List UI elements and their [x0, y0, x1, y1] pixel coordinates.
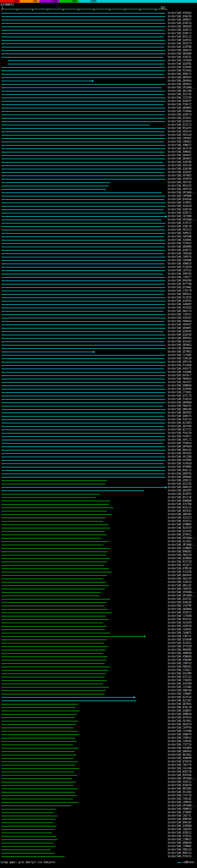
hit-row[interactable]: UniRef100_C5D013	[0, 736, 197, 740]
hit-row[interactable]: UniRef100_Q9R6W2	[0, 475, 197, 479]
hit-row[interactable]: UniRef100_A5H107	[0, 316, 197, 320]
hit-row[interactable]: UniRef100_Q20FB7	[0, 170, 197, 174]
hit-row[interactable]: UniRef100_Q2RU12	[0, 831, 197, 834]
hit-row[interactable]: UniRef100_Q1GGA2	[0, 340, 197, 343]
hit-row[interactable]: UniRef100_P25857	[0, 242, 197, 245]
hit-row[interactable]: UniRef100_Q8VWP4	[0, 106, 197, 110]
hit-row[interactable]: UniRef100_Q5Z745	[0, 93, 197, 96]
hit-row[interactable]: UniRef100_Q38IX1	[0, 55, 197, 59]
hit-row[interactable]: UniRef100_B3EDT0	[0, 784, 197, 787]
hit-row[interactable]: UniRef100_C6QNT5	[0, 631, 197, 634]
hit-row[interactable]: UniRef100_A9NVI4	[0, 262, 197, 266]
hit-row[interactable]: UniRef100_A6G139	[0, 577, 197, 581]
hit-row[interactable]: UniRef100_Q3ATQ2	[0, 597, 197, 601]
hit-row[interactable]: UniRef100_A7QPE5	[0, 201, 197, 205]
hit-row[interactable]: UniRef100_P36724	[0, 418, 197, 421]
hit-row[interactable]: UniRef100_A2BZC6	[0, 581, 197, 584]
hit-row[interactable]: UniRef100_C6PQB6	[0, 259, 197, 262]
hit-row[interactable]: UniRef100_P93315	[0, 228, 197, 231]
hit-row[interactable]: UniRef100_Q5THJ4	[0, 716, 197, 719]
hit-row[interactable]: UniRef100_C1FGW2	[0, 685, 197, 689]
hit-row[interactable]: UniRef100_Q8VWP3	[0, 157, 197, 160]
hit-row[interactable]: UniRef100_C1MLH9	[0, 357, 197, 360]
hit-row[interactable]: UniRef100_Q20FC1	[0, 211, 197, 215]
hit-row[interactable]: UniRef100_A4CWH4	[0, 746, 197, 750]
hit-row[interactable]: UniRef100_Q5TME3	[0, 350, 197, 353]
hit-row[interactable]: UniRef100_A9PF03	[0, 272, 197, 276]
hit-row[interactable]: UniRef100_Q15D31	[0, 116, 197, 120]
hit-row[interactable]: UniRef100_C6XR42	[0, 628, 197, 631]
hit-row[interactable]: UniRef100_UPI000...	[0, 591, 197, 594]
hit-row[interactable]: UniRef100_A4ZHD9	[0, 459, 197, 462]
hit-row[interactable]: UniRef100_Q37322	[0, 675, 197, 679]
hit-row[interactable]: UniRef100_A5N2N9	[0, 658, 197, 662]
hit-row[interactable]: UniRef100_C6MVA4	[0, 801, 197, 804]
hit-row[interactable]: UniRef100_Q3BGZ6	[0, 601, 197, 604]
hit-row[interactable]: UniRef100_A8G2I0	[0, 553, 197, 557]
hit-row[interactable]: UniRef100_Q2QTW1	[0, 62, 197, 66]
hit-row[interactable]: UniRef100_C1MIF7	[0, 276, 197, 279]
hit-row[interactable]: UniRef100_Q7UKN7	[0, 811, 197, 814]
hit-row[interactable]: UniRef100_Q15C13	[0, 123, 197, 127]
hit-row[interactable]: UniRef100_Q8V064	[0, 79, 197, 83]
hit-row[interactable]: UniRef100_B6FW34	[0, 574, 197, 577]
hit-row[interactable]: UniRef100_A5D311	[0, 780, 197, 784]
hit-row[interactable]: UniRef100_A3YW18	[0, 462, 197, 465]
hit-row[interactable]: UniRef100_Q8LGZ2	[0, 584, 197, 587]
hit-row[interactable]: UniRef100_Q38IY0	[0, 208, 197, 211]
hit-row[interactable]: UniRef100_P00362	[0, 665, 197, 669]
hit-row[interactable]: UniRef100_Q79A70	[0, 760, 197, 763]
hit-row[interactable]: UniRef100_A4J059	[0, 621, 197, 624]
hit-row[interactable]: UniRef100_A9TMD3	[0, 174, 197, 177]
hit-row[interactable]: UniRef100_Q9ME64	[0, 713, 197, 716]
hit-row[interactable]: UniRef100_UPI000...	[0, 86, 197, 89]
hit-row[interactable]: UniRef100_B7FTH0	[0, 282, 197, 286]
hit-row[interactable]: UniRef100_Q20FB3	[0, 299, 197, 303]
hit-row[interactable]: UniRef100_B2JHH3	[0, 421, 197, 425]
hit-row[interactable]: UniRef100_B3E9G6	[0, 773, 197, 777]
hit-row[interactable]: UniRef100_C3KT11	[0, 634, 197, 638]
hit-row[interactable]: UniRef100_B1PL32	[0, 35, 197, 38]
hit-row[interactable]: UniRef100_UPI000...	[0, 536, 197, 540]
hit-row[interactable]: UniRef100_Q7NN83	[0, 523, 197, 526]
hit-row[interactable]: UniRef100_C0PQB0	[0, 194, 197, 198]
hit-row[interactable]: UniRef100_Q7V9C2	[0, 533, 197, 536]
hit-row[interactable]: UniRef100_Q7TUI0	[0, 645, 197, 648]
hit-row[interactable]: UniRef100_Q55245	[0, 482, 197, 486]
hit-row[interactable]: UniRef100_Q9RB57	[0, 18, 197, 22]
hit-row[interactable]: UniRef100_A9S3Y4	[0, 130, 197, 133]
hit-row[interactable]: UniRef100_A5AV39	[0, 205, 197, 208]
hit-row[interactable]: UniRef100_B0TQB5	[0, 787, 197, 790]
hit-row[interactable]: UniRef100_C5Z2X9	[0, 96, 197, 99]
hit-row[interactable]: UniRef100_C2Z6L7	[0, 669, 197, 672]
hit-row[interactable]: UniRef100_C1F724	[0, 743, 197, 746]
hit-row[interactable]: UniRef100_P50362	[0, 11, 197, 15]
hit-row[interactable]: UniRef100_P25056	[0, 69, 197, 72]
hit-row[interactable]: UniRef100_B3H4P2	[0, 99, 197, 103]
hit-row[interactable]: UniRef100_Q41V19	[0, 147, 197, 150]
hit-row[interactable]: UniRef100_B9RG71	[0, 72, 197, 76]
hit-row[interactable]: UniRef100_Q01E54	[0, 723, 197, 726]
hit-row[interactable]: UniRef100_Q9XZM7	[0, 489, 197, 492]
hit-row[interactable]: UniRef100_Q7MEJ0	[0, 567, 197, 570]
hit-row[interactable]: UniRef100_C6W3V5	[0, 828, 197, 831]
hit-row[interactable]: UniRef100_Q39B04	[0, 557, 197, 560]
hit-row[interactable]: UniRef100_P34917	[0, 435, 197, 438]
hit-row[interactable]: UniRef100_A3Z3C3	[0, 516, 197, 520]
hit-row[interactable]: UniRef100_A6YU57	[0, 380, 197, 384]
hit-row[interactable]: UniRef100_B6J0Q1	[0, 753, 197, 756]
hit-row[interactable]: UniRef100_C9EGU0	[0, 252, 197, 255]
hit-row[interactable]: UniRef100_Q0G1T4	[0, 309, 197, 313]
hit-row[interactable]: UniRef100_Q20FC4	[0, 113, 197, 116]
hit-row[interactable]: UniRef100_B9MCM4	[0, 817, 197, 821]
hit-row[interactable]: UniRef100_Q20FC2	[0, 32, 197, 35]
hit-row[interactable]: UniRef100_B9NZ82	[0, 550, 197, 553]
hit-row[interactable]: UniRef100_Q9FV16	[0, 360, 197, 364]
hit-row[interactable]: UniRef100_C5YY16	[0, 794, 197, 797]
hit-row[interactable]: UniRef100_B9RSR3	[0, 337, 197, 340]
hit-row[interactable]: UniRef100_D9ZGT3	[0, 42, 197, 45]
hit-row[interactable]: UniRef100_A8EWH9	[0, 608, 197, 611]
hit-row[interactable]: UniRef100_C0P9D7	[0, 137, 197, 140]
hit-row[interactable]: UniRef100_A9WRS3	[0, 807, 197, 811]
hit-row[interactable]: UniRef100_A9PIN0	[0, 235, 197, 238]
